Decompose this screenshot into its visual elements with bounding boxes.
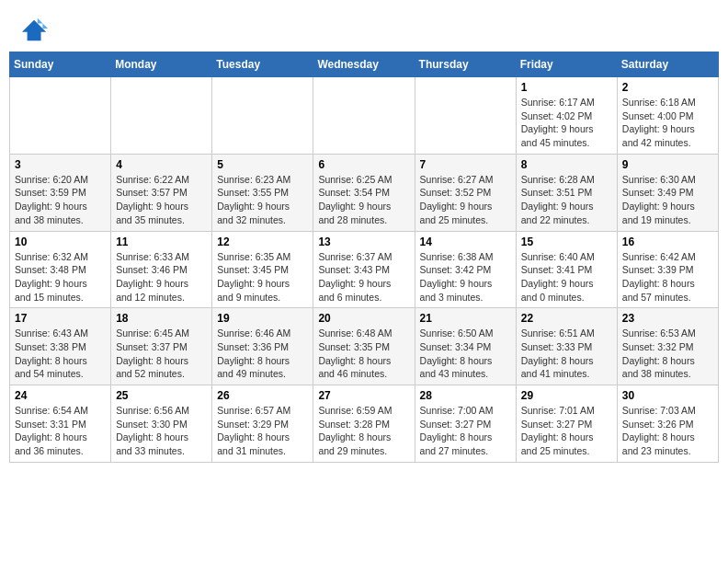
calendar-week-1: 1Sunrise: 6:17 AM Sunset: 4:02 PM Daylig…: [10, 77, 719, 155]
calendar-cell: 23Sunrise: 6:53 AM Sunset: 3:32 PM Dayli…: [617, 308, 718, 385]
day-info: Sunrise: 6:59 AM Sunset: 3:28 PM Dayligh…: [318, 404, 409, 458]
day-info: Sunrise: 6:51 AM Sunset: 3:33 PM Dayligh…: [521, 327, 612, 381]
weekday-header-saturday: Saturday: [617, 52, 718, 77]
calendar-cell: 24Sunrise: 6:54 AM Sunset: 3:31 PM Dayli…: [10, 385, 111, 463]
calendar-cell: 2Sunrise: 6:18 AM Sunset: 4:00 PM Daylig…: [617, 77, 718, 155]
calendar-table: SundayMondayTuesdayWednesdayThursdayFrid…: [9, 52, 719, 463]
day-info: Sunrise: 6:27 AM Sunset: 3:52 PM Dayligh…: [420, 173, 511, 227]
calendar-cell: [415, 77, 516, 155]
day-info: Sunrise: 7:00 AM Sunset: 3:27 PM Dayligh…: [420, 404, 511, 458]
day-number: 15: [521, 236, 612, 248]
day-info: Sunrise: 6:25 AM Sunset: 3:54 PM Dayligh…: [318, 173, 409, 227]
day-number: 12: [217, 236, 308, 248]
calendar-cell: 21Sunrise: 6:50 AM Sunset: 3:34 PM Dayli…: [415, 308, 516, 385]
weekday-header-friday: Friday: [516, 52, 617, 77]
day-number: 26: [217, 389, 308, 402]
day-info: Sunrise: 6:37 AM Sunset: 3:43 PM Dayligh…: [318, 250, 409, 304]
calendar-cell: 3Sunrise: 6:20 AM Sunset: 3:59 PM Daylig…: [10, 154, 111, 231]
calendar-cell: 11Sunrise: 6:33 AM Sunset: 3:46 PM Dayli…: [111, 231, 212, 308]
day-number: 8: [521, 158, 612, 171]
day-number: 3: [15, 158, 106, 171]
day-number: 13: [318, 236, 409, 248]
svg-marker-0: [22, 20, 46, 40]
weekday-header-monday: Monday: [111, 52, 212, 77]
day-number: 29: [521, 389, 612, 402]
day-info: Sunrise: 6:35 AM Sunset: 3:45 PM Dayligh…: [217, 250, 308, 304]
day-info: Sunrise: 6:22 AM Sunset: 3:57 PM Dayligh…: [116, 173, 207, 227]
day-info: Sunrise: 6:32 AM Sunset: 3:48 PM Dayligh…: [15, 250, 106, 304]
calendar-cell: 20Sunrise: 6:48 AM Sunset: 3:35 PM Dayli…: [313, 308, 415, 385]
day-number: 16: [622, 236, 713, 248]
calendar-cell: 9Sunrise: 6:30 AM Sunset: 3:49 PM Daylig…: [617, 154, 718, 231]
day-info: Sunrise: 6:18 AM Sunset: 4:00 PM Dayligh…: [622, 96, 713, 150]
day-info: Sunrise: 6:17 AM Sunset: 4:02 PM Dayligh…: [521, 96, 612, 150]
day-number: 25: [116, 389, 207, 402]
day-number: 4: [116, 158, 207, 171]
day-info: Sunrise: 6:54 AM Sunset: 3:31 PM Dayligh…: [15, 404, 106, 458]
calendar-cell: 13Sunrise: 6:37 AM Sunset: 3:43 PM Dayli…: [313, 231, 415, 308]
weekday-header-thursday: Thursday: [415, 52, 516, 77]
day-info: Sunrise: 6:45 AM Sunset: 3:37 PM Dayligh…: [116, 327, 207, 381]
logo: [18, 17, 51, 46]
calendar-cell: 10Sunrise: 6:32 AM Sunset: 3:48 PM Dayli…: [10, 231, 111, 308]
day-number: 24: [15, 389, 106, 402]
calendar-cell: 22Sunrise: 6:51 AM Sunset: 3:33 PM Dayli…: [516, 308, 617, 385]
calendar-cell: 15Sunrise: 6:40 AM Sunset: 3:41 PM Dayli…: [516, 231, 617, 308]
calendar-cell: [212, 77, 313, 155]
calendar-cell: 12Sunrise: 6:35 AM Sunset: 3:45 PM Dayli…: [212, 231, 313, 308]
day-number: 6: [318, 158, 409, 171]
day-info: Sunrise: 6:30 AM Sunset: 3:49 PM Dayligh…: [622, 173, 713, 227]
day-number: 23: [622, 312, 713, 325]
calendar-cell: 29Sunrise: 7:01 AM Sunset: 3:27 PM Dayli…: [516, 385, 617, 463]
day-info: Sunrise: 6:57 AM Sunset: 3:29 PM Dayligh…: [217, 404, 308, 458]
calendar-cell: 4Sunrise: 6:22 AM Sunset: 3:57 PM Daylig…: [111, 154, 212, 231]
weekday-header-sunday: Sunday: [10, 52, 111, 77]
day-number: 28: [420, 389, 511, 402]
day-info: Sunrise: 6:40 AM Sunset: 3:41 PM Dayligh…: [521, 250, 612, 304]
calendar-cell: 1Sunrise: 6:17 AM Sunset: 4:02 PM Daylig…: [516, 77, 617, 155]
day-info: Sunrise: 7:01 AM Sunset: 3:27 PM Dayligh…: [521, 404, 612, 458]
calendar-week-3: 10Sunrise: 6:32 AM Sunset: 3:48 PM Dayli…: [10, 231, 719, 308]
day-number: 5: [217, 158, 308, 171]
day-info: Sunrise: 6:46 AM Sunset: 3:36 PM Dayligh…: [217, 327, 308, 381]
day-number: 30: [622, 389, 713, 402]
calendar-cell: 25Sunrise: 6:56 AM Sunset: 3:30 PM Dayli…: [111, 385, 212, 463]
calendar-header-row: SundayMondayTuesdayWednesdayThursdayFrid…: [10, 52, 719, 77]
day-info: Sunrise: 7:03 AM Sunset: 3:26 PM Dayligh…: [622, 404, 713, 458]
day-number: 1: [521, 81, 612, 94]
calendar-cell: 28Sunrise: 7:00 AM Sunset: 3:27 PM Dayli…: [415, 385, 516, 463]
day-info: Sunrise: 6:38 AM Sunset: 3:42 PM Dayligh…: [420, 250, 511, 304]
calendar-week-4: 17Sunrise: 6:43 AM Sunset: 3:38 PM Dayli…: [10, 308, 719, 385]
page-header: [9, 9, 719, 52]
calendar-cell: 30Sunrise: 7:03 AM Sunset: 3:26 PM Dayli…: [617, 385, 718, 463]
day-info: Sunrise: 6:33 AM Sunset: 3:46 PM Dayligh…: [116, 250, 207, 304]
calendar-cell: 16Sunrise: 6:42 AM Sunset: 3:39 PM Dayli…: [617, 231, 718, 308]
calendar-cell: 19Sunrise: 6:46 AM Sunset: 3:36 PM Dayli…: [212, 308, 313, 385]
day-info: Sunrise: 6:56 AM Sunset: 3:30 PM Dayligh…: [116, 404, 207, 458]
day-number: 9: [622, 158, 713, 171]
calendar-cell: 18Sunrise: 6:45 AM Sunset: 3:37 PM Dayli…: [111, 308, 212, 385]
day-info: Sunrise: 6:28 AM Sunset: 3:51 PM Dayligh…: [521, 173, 612, 227]
day-info: Sunrise: 6:43 AM Sunset: 3:38 PM Dayligh…: [15, 327, 106, 381]
day-info: Sunrise: 6:42 AM Sunset: 3:39 PM Dayligh…: [622, 250, 713, 304]
day-info: Sunrise: 6:23 AM Sunset: 3:55 PM Dayligh…: [217, 173, 308, 227]
calendar-cell: 27Sunrise: 6:59 AM Sunset: 3:28 PM Dayli…: [313, 385, 415, 463]
day-number: 2: [622, 81, 713, 94]
day-number: 18: [116, 312, 207, 325]
weekday-header-wednesday: Wednesday: [313, 52, 415, 77]
day-number: 21: [420, 312, 511, 325]
calendar-cell: 17Sunrise: 6:43 AM Sunset: 3:38 PM Dayli…: [10, 308, 111, 385]
day-number: 11: [116, 236, 207, 248]
calendar-cell: 8Sunrise: 6:28 AM Sunset: 3:51 PM Daylig…: [516, 154, 617, 231]
day-number: 19: [217, 312, 308, 325]
calendar-cell: [111, 77, 212, 155]
logo-icon: [22, 17, 48, 42]
day-number: 7: [420, 158, 511, 171]
calendar-cell: 14Sunrise: 6:38 AM Sunset: 3:42 PM Dayli…: [415, 231, 516, 308]
day-info: Sunrise: 6:20 AM Sunset: 3:59 PM Dayligh…: [15, 173, 106, 227]
day-number: 17: [15, 312, 106, 325]
day-number: 22: [521, 312, 612, 325]
calendar-cell: 7Sunrise: 6:27 AM Sunset: 3:52 PM Daylig…: [415, 154, 516, 231]
day-number: 10: [15, 236, 106, 248]
calendar-week-2: 3Sunrise: 6:20 AM Sunset: 3:59 PM Daylig…: [10, 154, 719, 231]
